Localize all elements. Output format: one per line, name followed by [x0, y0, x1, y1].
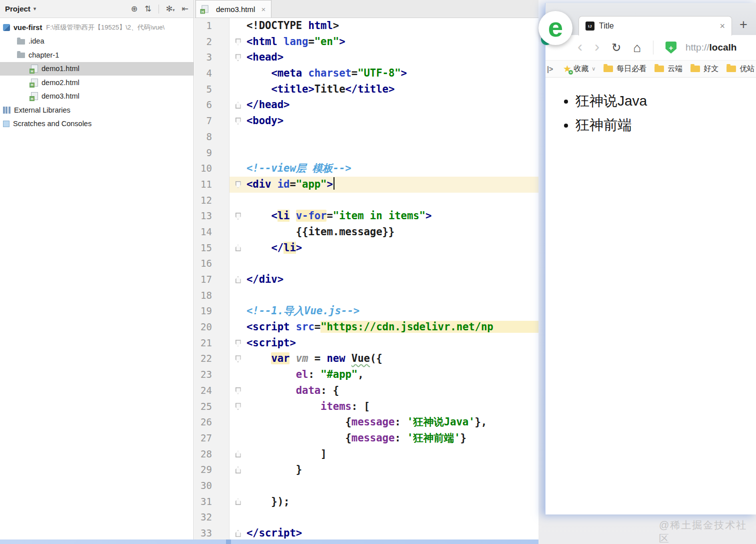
fold-marker-icon[interactable] — [236, 340, 241, 347]
back-icon[interactable]: ‹ — [578, 39, 582, 54]
code-line-28[interactable]: 28 ] — [194, 446, 538, 462]
code-line-9[interactable]: 9 — [194, 145, 538, 161]
fold-marker-icon[interactable] — [236, 403, 241, 410]
code-line-17[interactable]: 17</div> — [194, 272, 538, 288]
code-line-26[interactable]: 26 {message: '狂神说Java'}, — [194, 414, 538, 430]
code-line-22[interactable]: 22 var vm = new Vue({ — [194, 351, 538, 367]
code-line-24[interactable]: 24 data: { — [194, 383, 538, 399]
fold-marker-icon[interactable] — [236, 54, 241, 61]
tree-item-.idea[interactable]: .idea — [0, 35, 194, 49]
home-icon[interactable]: ⌂ — [633, 40, 641, 56]
chevron-down-icon[interactable]: ▾ — [34, 6, 36, 12]
editor-tab-demo3[interactable]: H demo3.html × — [196, 0, 272, 18]
vue-list-item: 狂神前端 — [576, 115, 756, 135]
code-area[interactable]: 1<!DOCTYPE html>2<html lang="en">3<head>… — [194, 18, 538, 539]
tree-item-vue-first[interactable]: vue-firstF:\班级管理\西开【19525】\2、代码\vue\ — [0, 21, 194, 35]
fold-marker-icon[interactable] — [236, 244, 241, 251]
fold-marker-icon[interactable] — [236, 118, 241, 125]
code-line-3[interactable]: 3<head> — [194, 50, 538, 66]
new-tab-button[interactable]: + — [740, 17, 748, 33]
code-line-13[interactable]: 13 <li v-for="item in items"> — [194, 208, 538, 224]
fold-marker-icon[interactable] — [236, 355, 241, 362]
fold-marker-icon[interactable] — [236, 39, 241, 46]
bookmark-folder-优站[interactable]: 优站 — [726, 64, 754, 74]
tree-item-chapter-1[interactable]: chapter-1 — [0, 48, 194, 62]
code-line-21[interactable]: 21<script> — [194, 335, 538, 351]
code-line-29[interactable]: 29 } — [194, 462, 538, 478]
tree-item-external-libraries[interactable]: External Libraries — [0, 103, 194, 117]
tree-item-label: chapter-1 — [28, 51, 59, 59]
html-icon: H — [31, 79, 38, 87]
browser-nav-bar: ‹ › ↻ ⌂ + http://localh — [546, 35, 756, 60]
code-line-16[interactable]: 16 — [194, 256, 538, 272]
code-line-10[interactable]: 10<!--view层 模板--> — [194, 161, 538, 177]
code-line-31[interactable]: 31 }); — [194, 494, 538, 510]
bookmark-folder-好文[interactable]: 好文 — [690, 64, 718, 74]
expand-sidebar-icon[interactable]: |> — [547, 65, 553, 73]
hide-panel-icon[interactable]: ⇤ — [182, 4, 188, 14]
bookmark-label: 优站 — [740, 64, 754, 74]
code-line-18[interactable]: 18 — [194, 288, 538, 304]
code-line-2[interactable]: 2<html lang="en"> — [194, 34, 538, 50]
tree-item-label: demo2.html — [42, 79, 80, 87]
forward-icon[interactable]: › — [594, 39, 600, 54]
line-number: 19 — [194, 303, 230, 319]
code-line-6[interactable]: 6</head> — [194, 97, 538, 113]
browser-tab[interactable]: IJ Title × — [578, 16, 732, 36]
fold-marker-icon[interactable] — [236, 498, 241, 505]
line-number: 15 — [194, 240, 230, 256]
code-line-19[interactable]: 19<!--1.导入Vue.js--> — [194, 303, 538, 319]
collapse-all-icon[interactable]: ⇅ — [144, 4, 151, 14]
code-line-20[interactable]: 20<script src="https://cdn.jsdelivr.net/… — [194, 319, 538, 335]
bookmark-label: 好文 — [704, 64, 718, 74]
project-tree: vue-firstF:\班级管理\西开【19525】\2、代码\vue\.ide… — [0, 18, 194, 131]
close-icon[interactable]: × — [720, 21, 725, 32]
line-number: 28 — [194, 446, 230, 462]
code-line-11[interactable]: 11<div id="app"> — [194, 177, 538, 193]
code-line-7[interactable]: 7<body> — [194, 113, 538, 129]
line-number: 31 — [194, 494, 230, 510]
line-number: 24 — [194, 383, 230, 399]
code-line-8[interactable]: 8 — [194, 129, 538, 145]
fold-marker-icon[interactable] — [236, 450, 241, 457]
favorites-button[interactable]: ★+ 收藏 ∨ — [563, 64, 600, 74]
gear-icon[interactable]: ✻▾ — [166, 4, 175, 14]
line-number: 17 — [194, 272, 230, 288]
tree-item-demo1.html[interactable]: Hdemo1.html — [0, 62, 194, 76]
code-line-23[interactable]: 23 el: "#app", — [194, 367, 538, 383]
line-number: 23 — [194, 367, 230, 383]
refresh-icon[interactable]: ↻ — [612, 41, 621, 55]
bookmark-folder-每日必看[interactable]: 每日必看 — [604, 64, 646, 74]
code-line-4[interactable]: 4 <meta charset="UTF-8"> — [194, 66, 538, 82]
fold-marker-icon[interactable] — [236, 466, 241, 473]
code-line-1[interactable]: 1<!DOCTYPE html> — [194, 18, 538, 34]
code-line-27[interactable]: 27 {message: '狂神前端'} — [194, 430, 538, 446]
code-line-14[interactable]: 14 {{item.message}} — [194, 224, 538, 240]
code-line-25[interactable]: 25 items: [ — [194, 399, 538, 415]
address-bar[interactable]: http://localh — [686, 42, 736, 53]
tree-item-scratches-and-consoles[interactable]: Scratches and Consoles — [0, 117, 194, 131]
fold-marker-icon[interactable] — [236, 530, 241, 537]
code-line-5[interactable]: 5 <title>Title</title> — [194, 82, 538, 98]
code-line-32[interactable]: 32 — [194, 509, 538, 525]
scratch-icon — [3, 121, 10, 127]
fold-marker-icon[interactable] — [236, 213, 241, 220]
bookmark-folder-云端[interactable]: 云端 — [654, 64, 682, 74]
line-number: 16 — [194, 256, 230, 272]
fold-marker-icon[interactable] — [236, 102, 241, 109]
fold-marker-icon[interactable] — [236, 181, 241, 188]
tree-item-demo2.html[interactable]: Hdemo2.html — [0, 76, 194, 90]
fold-marker-icon[interactable] — [236, 276, 241, 283]
shield-plus-icon[interactable]: + — [666, 42, 676, 54]
code-line-33[interactable]: 33</script> — [194, 525, 538, 539]
code-line-12[interactable]: 12 — [194, 193, 538, 209]
browser-page: 狂神说Java狂神前端 — [546, 78, 756, 514]
project-panel-title[interactable]: Project — [5, 5, 30, 13]
locate-icon[interactable]: ⊕ — [131, 4, 138, 14]
fold-marker-icon[interactable] — [236, 387, 241, 394]
code-line-30[interactable]: 30 — [194, 478, 538, 494]
tree-item-demo3.html[interactable]: Hdemo3.html — [0, 90, 194, 104]
browser-logo[interactable]: e — [538, 11, 572, 45]
code-line-15[interactable]: 15 </li> — [194, 240, 538, 256]
close-icon[interactable]: × — [261, 5, 266, 14]
